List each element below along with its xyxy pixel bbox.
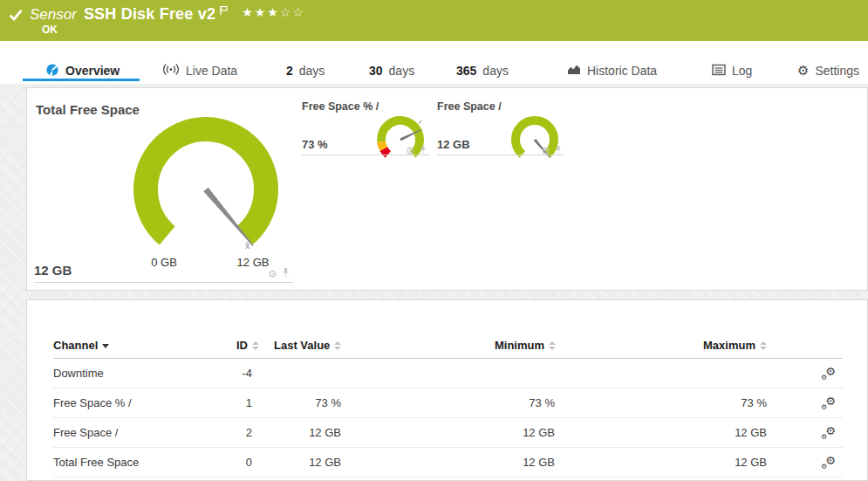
table-row: Total Free Space 0 12 GB 12 GB 12 GB ⚙⚙ (53, 448, 843, 478)
gauge-value-free-space: 12 GB (437, 138, 470, 151)
tile-divider (34, 282, 293, 283)
column-header-id[interactable]: ID (158, 339, 259, 352)
channel-id: 0 (158, 448, 252, 477)
tab-365-days-number[interactable]: 365 (456, 64, 476, 78)
table-row: Free Space / 2 12 GB 12 GB 12 GB ⚙⚙ (53, 418, 843, 448)
tab-365-days-label[interactable]: days (482, 64, 509, 78)
gauges-panel: Total Free Space 0 GB 12 GB x̄ 12 GB ⚙ F… (26, 87, 868, 291)
sensor-status-banner: Sensor SSH Disk Free v2 ★★★☆☆ OK (0, 0, 868, 41)
gauge-arc (146, 129, 266, 236)
sort-icon (760, 341, 767, 350)
tab-30-days-number[interactable]: 30 (369, 64, 383, 78)
tab-log-label[interactable]: Log (732, 64, 752, 78)
settings-gear-icon: ⚙ (797, 65, 809, 78)
tab-live-data[interactable]: Live Data (162, 61, 237, 80)
channel-name: Downtime (53, 359, 104, 388)
tab-365-days[interactable]: 365 days (456, 61, 509, 80)
live-signal-icon (162, 63, 180, 79)
tab-2-days[interactable]: 2 days (286, 61, 325, 80)
tile-pin-icon[interactable] (555, 143, 562, 159)
gauge-average-tick (419, 120, 422, 123)
channel-name: Total Free Space (53, 448, 139, 477)
channel-maximum: 73 % (655, 388, 767, 417)
tile-divider (437, 155, 564, 155)
gauge-title-free-space: Free Space / (437, 100, 502, 113)
channel-id: 2 (158, 418, 252, 447)
gauge-segment-yellow (381, 141, 384, 148)
channel-minimum: 73 % (450, 388, 555, 417)
channel-id: -4 (158, 359, 252, 388)
tab-settings-label[interactable]: Settings (815, 64, 859, 78)
channels-panel: Channel ID Last Value Minimum Maximum Do… (26, 299, 868, 481)
status-check-icon (9, 8, 23, 25)
tab-overview[interactable]: Overview (45, 61, 120, 80)
tile-gear-icon[interactable]: ⚙ (268, 269, 277, 279)
channel-settings-icon[interactable]: ⚙⚙ (821, 456, 836, 470)
sort-desc-icon (102, 344, 109, 348)
channel-last-value: 73 % (254, 388, 341, 417)
channel-settings-icon[interactable]: ⚙⚙ (821, 367, 836, 381)
column-header-maximum-label[interactable]: Maximum (703, 339, 755, 352)
sensor-status-text: OK (42, 24, 58, 36)
channel-id: 1 (158, 388, 252, 417)
tab-overview-label[interactable]: Overview (65, 64, 120, 78)
tile-pin-icon[interactable] (282, 266, 290, 282)
tab-30-days-label[interactable]: days (389, 64, 415, 78)
sort-icon (334, 341, 341, 350)
active-tab-underline (23, 79, 140, 81)
channel-maximum: 12 GB (655, 418, 767, 447)
column-header-last-value[interactable]: Last Value (274, 339, 341, 352)
channel-name: Free Space / (53, 418, 118, 447)
sort-icon (549, 341, 556, 350)
channel-settings-icon[interactable]: ⚙⚙ (821, 426, 836, 440)
gauge-value-free-space-pct: 73 % (302, 138, 328, 151)
object-kind-label: Sensor (30, 6, 77, 24)
stars-filled[interactable]: ★★★ (242, 5, 280, 19)
channel-last-value: 12 GB (254, 448, 341, 477)
gauge-title-free-space-pct: Free Space % / (302, 100, 379, 113)
channel-maximum: 12 GB (655, 448, 767, 477)
tab-historic-data[interactable]: Historic Data (567, 61, 657, 80)
free-space-pct-gauge (370, 109, 431, 170)
prtg-sensor-page: Sensor SSH Disk Free v2 ★★★☆☆ OK Overvie… (0, 0, 868, 481)
channel-last-value: 12 GB (254, 418, 341, 447)
gauge-min-label: 0 GB (138, 256, 190, 269)
tile-pin-icon[interactable] (420, 143, 427, 159)
column-header-last-value-label[interactable]: Last Value (274, 339, 330, 352)
total-free-space-gauge (119, 102, 293, 277)
area-chart-icon (567, 63, 581, 79)
priority-flag-icon[interactable] (219, 4, 229, 20)
tab-30-days[interactable]: 30 days (369, 61, 414, 80)
gauge-average-marker: x̄ (245, 240, 250, 251)
gauge-icon (45, 63, 59, 79)
tab-settings[interactable]: ⚙ Settings (797, 61, 859, 80)
column-header-channel[interactable]: Channel (53, 339, 109, 352)
log-list-icon (712, 64, 726, 79)
channel-settings-icon[interactable]: ⚙⚙ (821, 396, 836, 410)
tab-log[interactable]: Log (712, 61, 752, 80)
sensor-title: SSH Disk Free v2 (84, 5, 215, 24)
channel-minimum: 12 GB (450, 448, 555, 477)
priority-stars[interactable]: ★★★☆☆ (242, 5, 305, 19)
gauge-segment-red (384, 149, 388, 155)
tab-live-data-label[interactable]: Live Data (186, 64, 237, 78)
tab-2-days-label[interactable]: days (299, 64, 325, 78)
stars-empty[interactable]: ☆☆ (280, 5, 305, 19)
column-header-minimum[interactable]: Minimum (420, 339, 556, 352)
free-space-gauge (504, 109, 565, 170)
sort-icon (252, 341, 259, 350)
channel-minimum: 12 GB (450, 418, 555, 447)
table-row: Downtime -4 ⚙⚙ (53, 359, 843, 388)
channel-name: Free Space % / (53, 388, 132, 417)
column-header-maximum[interactable]: Maximum (638, 339, 767, 352)
tab-2-days-number[interactable]: 2 (286, 64, 293, 78)
column-header-channel-label[interactable]: Channel (53, 339, 98, 352)
gauge-value-total-free-space: 12 GB (34, 263, 72, 278)
tab-historic-data-label[interactable]: Historic Data (587, 64, 657, 78)
column-header-minimum-label[interactable]: Minimum (495, 339, 544, 352)
column-header-id-label[interactable]: ID (236, 339, 248, 352)
table-row: Free Space % / 1 73 % 73 % 73 % ⚙⚙ (53, 388, 843, 418)
tile-divider (302, 155, 429, 155)
